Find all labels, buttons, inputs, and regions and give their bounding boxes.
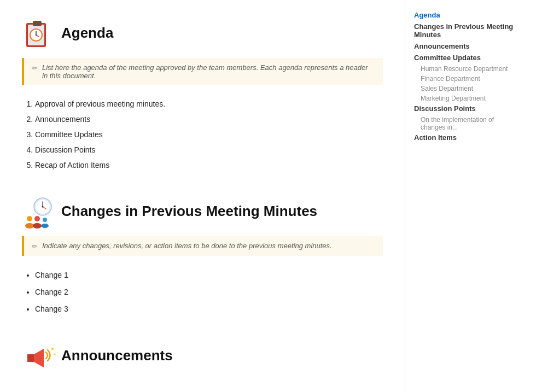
svg-point-16 <box>34 216 40 221</box>
sidebar-item-committee[interactable]: Committee Updates Human Resource Departm… <box>414 54 516 102</box>
svg-point-19 <box>41 224 49 228</box>
announcements-icon <box>22 339 55 372</box>
list-item: Committee Updates <box>35 127 383 142</box>
svg-rect-3 <box>34 22 40 25</box>
agenda-section: Agenda ✏ List here the agenda of the mee… <box>22 16 383 173</box>
sidebar-item-agenda[interactable]: Agenda <box>414 11 516 19</box>
changes-info-text: Indicate any changes, revisions, or acti… <box>42 242 332 250</box>
svg-rect-21 <box>27 354 34 362</box>
list-item: Change 2 <box>35 284 383 301</box>
svg-point-23 <box>54 354 56 355</box>
list-item: Change 1 <box>35 267 383 284</box>
sidebar: Agenda Changes in Previous Meeting Minut… <box>405 0 525 392</box>
changes-icon <box>22 195 55 227</box>
changes-header: Changes in Previous Meeting Minutes <box>22 195 383 227</box>
svg-point-14 <box>27 216 32 221</box>
agenda-info-text: List here the agenda of the meeting appr… <box>42 63 375 80</box>
sidebar-sublink-hr[interactable]: Human Resource Department <box>414 65 516 73</box>
list-item: Approval of previous meeting minutes. <box>35 96 383 112</box>
sidebar-sublink-sales[interactable]: Sales Department <box>414 85 516 92</box>
svg-point-13 <box>42 206 44 208</box>
list-item: Discussion Points <box>35 142 383 157</box>
svg-point-17 <box>33 223 42 229</box>
sidebar-link-committee[interactable]: Committee Updates <box>414 54 516 62</box>
sidebar-item-announcements[interactable]: Announcements <box>414 42 516 50</box>
agenda-icon <box>22 16 55 49</box>
sidebar-link-announcements[interactable]: Announcements <box>414 42 516 50</box>
sidebar-link-agenda[interactable]: Agenda <box>414 11 516 19</box>
pencil-icon-2: ✏ <box>32 242 38 250</box>
svg-point-8 <box>36 34 37 36</box>
list-item: Announcements <box>35 112 383 127</box>
sidebar-sublink-finance[interactable]: Finance Department <box>414 75 516 83</box>
announcements-title: Announcements <box>61 347 173 364</box>
changes-title: Changes in Previous Meeting Minutes <box>61 203 317 220</box>
agenda-header: Agenda <box>22 16 383 49</box>
sidebar-item-action[interactable]: Action Items <box>414 133 516 142</box>
list-item: Recap of Action Items <box>35 157 383 173</box>
agenda-list: Approval of previous meeting minutes. An… <box>22 96 383 173</box>
changes-list: Change 1 Change 2 Change 3 <box>22 267 383 317</box>
changes-section: Changes in Previous Meeting Minutes ✏ In… <box>22 195 383 317</box>
agenda-title: Agenda <box>61 25 113 42</box>
svg-point-18 <box>43 218 47 222</box>
sidebar-link-discussion[interactable]: Discussion Points <box>414 104 516 113</box>
sidebar-link-action[interactable]: Action Items <box>414 133 516 142</box>
sidebar-item-discussion[interactable]: Discussion Points On the implementation … <box>414 104 516 131</box>
changes-info-box: ✏ Indicate any changes, revisions, or ac… <box>22 236 383 256</box>
main-content: Agenda ✏ List here the agenda of the mee… <box>0 0 405 392</box>
svg-point-15 <box>25 223 34 229</box>
announcements-section: Announcements <box>22 339 383 372</box>
svg-point-22 <box>51 348 54 350</box>
pencil-icon: ✏ <box>32 64 38 72</box>
sidebar-link-changes[interactable]: Changes in Previous Meeting Minutes <box>414 22 516 39</box>
list-item: Change 3 <box>35 301 383 318</box>
announcements-header: Announcements <box>22 339 383 372</box>
agenda-info-box: ✏ List here the agenda of the meeting ap… <box>22 58 383 85</box>
sidebar-sublink-marketing[interactable]: Marketing Department <box>414 95 516 102</box>
sidebar-sublink-discussion-1[interactable]: On the implementation of changes in... <box>414 116 516 131</box>
sidebar-item-changes[interactable]: Changes in Previous Meeting Minutes <box>414 22 516 39</box>
